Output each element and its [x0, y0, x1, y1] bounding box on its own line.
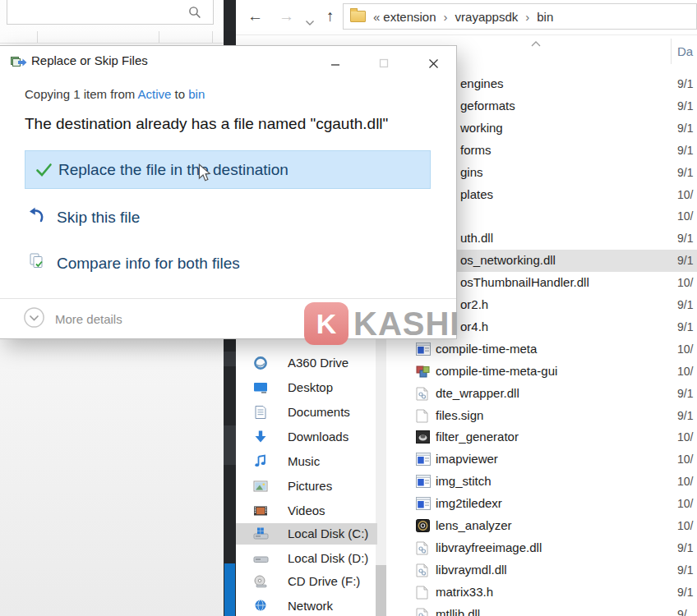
kashi-wordmark: KASHI	[353, 306, 459, 342]
disk-c-icon	[253, 526, 268, 541]
file-date: 9/1	[677, 586, 697, 599]
sidebar-item-label: Local Disk (C:)	[288, 526, 368, 540]
file-name: plates	[460, 187, 493, 201]
replace-skip-dialog: Replace or Skip Files Copying 1 item fro…	[0, 45, 457, 339]
file-name: libvrayfreeimage.dll	[436, 540, 542, 554]
breadcrumb-separator: ›	[525, 10, 529, 24]
file-date: 10/	[677, 453, 697, 466]
sidebar-item-documents[interactable]: Documents	[236, 402, 377, 423]
kashi-badge: K	[304, 302, 348, 345]
close-button[interactable]	[421, 54, 445, 72]
sidebar-item-downloads[interactable]: Downloads	[236, 426, 377, 448]
replace-file-option[interactable]: Replace the file in the destination	[25, 150, 431, 189]
kashi-watermark: K KASHI	[304, 302, 459, 345]
desktop-icon	[253, 380, 268, 395]
dll-file-icon	[416, 387, 431, 401]
address-bar[interactable]: « extension › vrayappsdk › bin	[343, 3, 697, 30]
app-file-icon	[416, 475, 431, 489]
back-button[interactable]: ←	[247, 7, 263, 26]
minimize-button[interactable]	[323, 54, 348, 72]
file-date: 10/	[677, 188, 697, 201]
breadcrumb-item-bin[interactable]: bin	[537, 10, 553, 24]
file-date: 10/	[677, 497, 697, 510]
skip-icon	[28, 207, 45, 228]
column-divider	[212, 31, 213, 43]
sidebar-item-a360-drive[interactable]: A360 Drive	[236, 352, 377, 374]
file-name: or4.h	[460, 319, 488, 333]
page-file-icon	[416, 409, 431, 423]
breadcrumb-separator: ›	[444, 10, 448, 24]
sidebar-item-label: Documents	[288, 405, 350, 419]
documents-icon	[253, 405, 268, 420]
column-separator	[671, 39, 672, 64]
sidebar-item-local-disk-d[interactable]: Local Disk (D:)	[236, 548, 377, 569]
file-date: 10/	[677, 519, 697, 532]
breadcrumb-overflow[interactable]: «	[373, 10, 380, 24]
copy-source-link[interactable]: Active	[138, 87, 172, 101]
strip-blue-segment	[224, 563, 235, 616]
maximize-button[interactable]	[372, 54, 396, 72]
sidebar-item-desktop[interactable]: Desktop	[236, 377, 377, 398]
dialog-title: Replace or Skip Files	[31, 53, 148, 67]
file-date: 9/1	[677, 298, 697, 311]
file-name: forms	[460, 143, 492, 157]
sort-ascending-icon[interactable]	[530, 36, 542, 51]
sidebar-item-label: Desktop	[288, 380, 333, 394]
skip-file-option[interactable]: Skip this file	[28, 207, 140, 228]
mouse-cursor	[197, 163, 211, 186]
date-column-header[interactable]: Da	[677, 44, 693, 58]
compare-icon	[28, 253, 45, 274]
sidebar-item-label: Network	[288, 599, 333, 613]
file-name: dte_wrapper.dll	[436, 386, 519, 400]
file-name: geformats	[460, 99, 515, 113]
more-details-toggle[interactable]: More details	[23, 306, 122, 332]
sidebar-item-label: A360 Drive	[288, 356, 348, 370]
forward-button[interactable]: →	[279, 7, 294, 26]
file-name: os_networking.dll	[460, 253, 556, 267]
file-name: imapviewer	[436, 452, 498, 466]
sidebar-item-pictures[interactable]: Pictures	[236, 476, 377, 497]
file-name: matrix33.h	[436, 585, 493, 599]
dialog-headline: The destination already has a file named…	[25, 115, 388, 133]
file-name: mtllib.dll	[436, 607, 480, 616]
file-date: 9/1	[677, 254, 697, 267]
file-date: 9/	[677, 608, 697, 616]
file-name: uth.dll	[460, 231, 493, 245]
file-name: lens_analyzer	[436, 518, 512, 532]
file-name: working	[460, 121, 503, 135]
dll-file-icon	[416, 541, 431, 555]
background-header-line	[0, 43, 224, 44]
breadcrumb-item-vrayappsdk[interactable]: vrayappsdk	[455, 10, 519, 24]
sidebar-item-videos[interactable]: Videos	[236, 500, 377, 522]
check-icon	[35, 163, 53, 181]
screen: ← → ↑ « extension › vrayappsdk › bin Da …	[0, 0, 697, 616]
file-name: libvraymdl.dll	[436, 563, 507, 577]
sidebar-item-network[interactable]: Network	[236, 595, 377, 616]
search-input[interactable]	[7, 0, 214, 25]
breadcrumb-item-extension[interactable]: extension	[383, 10, 436, 24]
sidebar-item-cd-drive-f[interactable]: CD Drive (F:)	[236, 571, 377, 592]
cd-icon	[253, 574, 268, 589]
recent-locations-chevron-icon[interactable]	[305, 11, 315, 31]
column-divider	[159, 31, 159, 43]
file-date: 9/1	[677, 563, 697, 577]
file-name: or2.h	[460, 297, 488, 311]
up-button[interactable]: ↑	[326, 7, 335, 26]
dll-file-icon	[416, 563, 431, 577]
dll-file-icon	[416, 608, 431, 616]
chevron-down-circle-icon	[23, 306, 45, 332]
file-name: gins	[460, 165, 483, 179]
replace-file-label: Replace the file in the destination	[58, 161, 288, 179]
copy-destination-link[interactable]: bin	[188, 87, 205, 101]
network-icon	[253, 599, 268, 614]
file-date: 10/	[677, 430, 697, 444]
sidebar-item-local-disk-c[interactable]: Local Disk (C:)	[236, 523, 377, 545]
compare-files-label: Compare info for both files	[57, 255, 240, 273]
compare-files-option[interactable]: Compare info for both files	[28, 253, 240, 274]
lens-file-icon	[416, 519, 431, 533]
copy-dialog-icon	[11, 55, 27, 71]
strip-fragment	[224, 425, 236, 465]
copy-summary: Copying 1 item from Active to bin	[25, 87, 205, 101]
sidebar-item-music[interactable]: Music	[236, 451, 377, 472]
app-file-icon	[416, 497, 431, 511]
